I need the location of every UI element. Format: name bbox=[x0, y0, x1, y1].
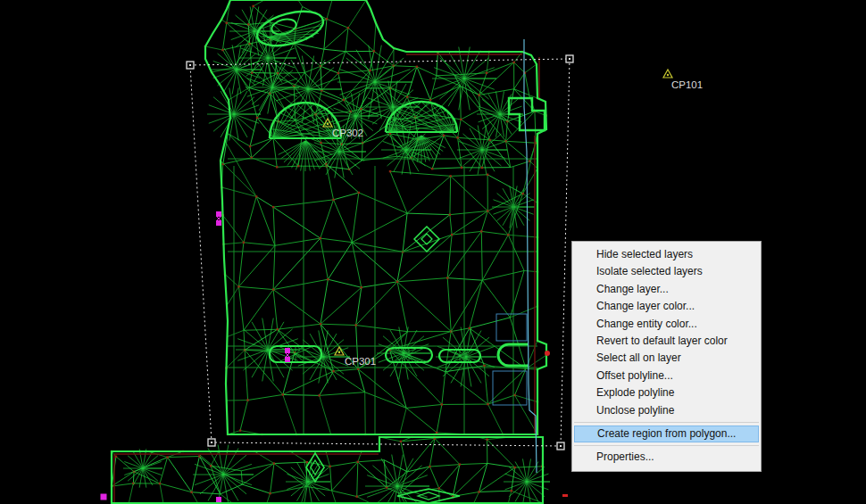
point-label-cp101: CP101 bbox=[671, 79, 703, 90]
menu-item-change-layer[interactable]: Change layer... bbox=[572, 281, 761, 298]
menu-item-revert-to-default-layer-color[interactable]: Revert to default layer color bbox=[572, 333, 761, 350]
menu-item-unclose-polyline[interactable]: Unclose polyline bbox=[572, 402, 761, 419]
menu-item-change-entity-color[interactable]: Change entity color... bbox=[572, 316, 761, 333]
menu-item-hide-selected-layers[interactable]: Hide selected layers bbox=[572, 246, 761, 263]
menu-item-change-layer-color[interactable]: Change layer color... bbox=[572, 298, 761, 315]
menu-separator bbox=[574, 445, 759, 446]
application-window: CP101CP302CP301 Hide selected layersIsol… bbox=[0, 0, 866, 504]
control-point-icon bbox=[663, 70, 672, 78]
context-menu: Hide selected layersIsolate selected lay… bbox=[571, 241, 762, 472]
menu-item-create-region-from-polygon[interactable]: Create region from polygon... bbox=[574, 426, 759, 442]
menu-item-isolate-selected-layers[interactable]: Isolate selected layers bbox=[572, 263, 761, 280]
menu-item-properties[interactable]: Properties... bbox=[572, 449, 761, 466]
menu-item-explode-polyline[interactable]: Explode polyline bbox=[572, 384, 761, 401]
point-label-cp302: CP302 bbox=[332, 128, 363, 138]
red-point-marker bbox=[545, 351, 550, 356]
menu-separator bbox=[574, 422, 759, 423]
point-label-cp301: CP301 bbox=[345, 356, 376, 367]
menu-item-select-all-on-layer[interactable]: Select all on layer bbox=[572, 350, 761, 367]
menu-item-offset-polyline[interactable]: Offset polyline... bbox=[572, 368, 761, 384]
